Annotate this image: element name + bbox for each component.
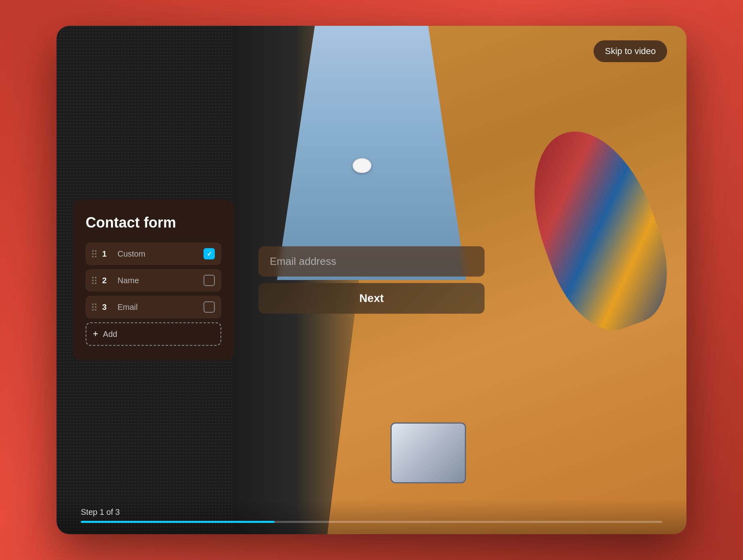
field-number-1: 1 bbox=[102, 249, 112, 259]
progress-track bbox=[81, 521, 662, 523]
field-row-3: 3 Email bbox=[86, 296, 221, 318]
drag-handle-1[interactable] bbox=[92, 250, 97, 257]
field-label-1: Custom bbox=[118, 249, 198, 259]
step-label: Step 1 of 3 bbox=[81, 508, 662, 517]
main-card: Skip to video Contact form bbox=[57, 26, 686, 534]
contact-form-panel: Contact form 1 C bbox=[73, 200, 234, 360]
field-label-2: Name bbox=[118, 276, 198, 285]
field-checkbox-1[interactable] bbox=[204, 248, 215, 259]
add-field-row[interactable]: + Add bbox=[86, 322, 221, 346]
panel-title: Contact form bbox=[86, 214, 221, 231]
field-row-1: 1 Custom bbox=[86, 242, 221, 265]
email-input-wrapper[interactable]: Email address bbox=[258, 247, 485, 277]
next-button[interactable]: Next bbox=[258, 283, 485, 314]
center-form: Email address Next bbox=[258, 247, 485, 314]
skip-to-video-button[interactable]: Skip to video bbox=[594, 40, 667, 62]
outer-background: Skip to video Contact form bbox=[0, 0, 743, 560]
field-checkbox-2[interactable] bbox=[204, 275, 215, 286]
field-number-2: 2 bbox=[102, 276, 112, 285]
add-plus-icon: + bbox=[93, 329, 98, 339]
field-label-3: Email bbox=[118, 303, 198, 312]
progress-fill bbox=[81, 521, 275, 523]
field-checkbox-3[interactable] bbox=[204, 301, 215, 313]
add-label: Add bbox=[103, 330, 118, 339]
field-number-3: 3 bbox=[102, 303, 112, 312]
drag-handle-2[interactable] bbox=[92, 277, 97, 284]
progress-bar-section: Step 1 of 3 bbox=[57, 499, 686, 534]
drag-handle-3[interactable] bbox=[92, 303, 97, 311]
field-row-2: 2 Name bbox=[86, 269, 221, 292]
email-placeholder: Email address bbox=[270, 255, 336, 267]
card-content: Skip to video Contact form bbox=[57, 26, 686, 534]
